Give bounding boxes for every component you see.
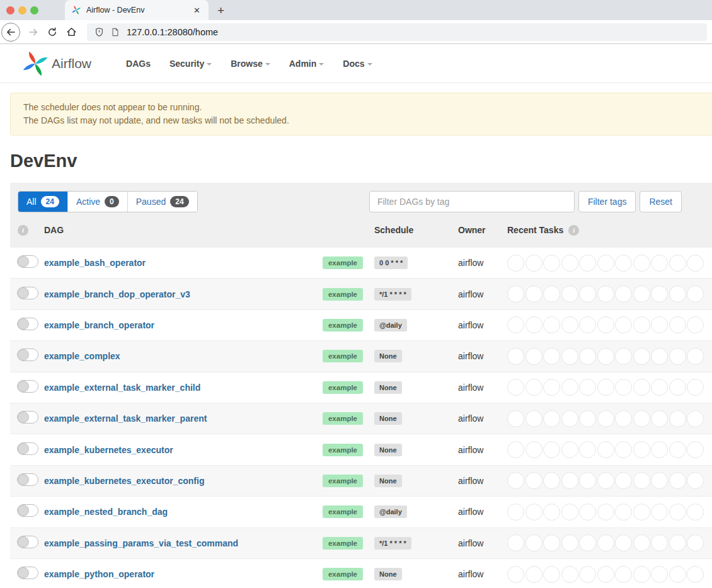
task-state-circle[interactable] — [651, 285, 668, 303]
task-state-circle[interactable] — [561, 316, 578, 333]
dag-pause-toggle[interactable] — [17, 318, 38, 330]
dag-pause-toggle[interactable] — [17, 287, 38, 299]
task-state-circle[interactable] — [579, 534, 596, 551]
task-state-circle[interactable] — [525, 504, 543, 521]
dag-link[interactable]: example_external_task_marker_child — [44, 383, 200, 393]
task-state-circle[interactable] — [633, 285, 650, 303]
task-state-circle[interactable] — [561, 504, 578, 521]
task-state-circle[interactable] — [561, 441, 578, 458]
nav-item-docs[interactable]: Docs — [333, 59, 381, 69]
task-state-circle[interactable] — [687, 504, 704, 521]
close-window-button[interactable] — [6, 6, 14, 14]
task-state-circle[interactable] — [507, 348, 524, 365]
dag-pause-toggle[interactable] — [17, 442, 38, 455]
task-state-circle[interactable] — [687, 255, 704, 272]
filter-tab-all[interactable]: All 24 — [18, 192, 68, 212]
task-state-circle[interactable] — [543, 348, 560, 365]
task-state-circle[interactable] — [561, 566, 578, 583]
task-state-circle[interactable] — [507, 504, 524, 521]
task-state-circle[interactable] — [669, 255, 686, 272]
nav-item-admin[interactable]: Admin — [280, 59, 334, 69]
task-state-circle[interactable] — [597, 285, 614, 303]
task-state-circle[interactable] — [579, 285, 596, 303]
task-state-circle[interactable] — [579, 410, 596, 427]
task-state-circle[interactable] — [669, 285, 686, 303]
task-state-circle[interactable] — [597, 441, 614, 458]
home-button[interactable] — [62, 23, 81, 42]
dag-link[interactable]: example_branch_operator — [44, 320, 154, 330]
dag-tag-badge[interactable]: example — [323, 319, 363, 331]
dag-link[interactable]: example_complex — [44, 351, 120, 361]
task-state-circle[interactable] — [615, 316, 632, 333]
task-state-circle[interactable] — [597, 255, 614, 272]
task-state-circle[interactable] — [633, 441, 650, 458]
task-state-circle[interactable] — [561, 472, 578, 489]
task-state-circle[interactable] — [507, 410, 524, 427]
dag-tag-badge[interactable]: example — [323, 475, 363, 487]
dag-pause-toggle[interactable] — [17, 504, 38, 517]
nav-item-security[interactable]: Security — [160, 59, 221, 69]
task-state-circle[interactable] — [525, 379, 543, 396]
task-state-circle[interactable] — [615, 255, 632, 272]
task-state-circle[interactable] — [525, 534, 543, 551]
task-state-circle[interactable] — [543, 379, 560, 396]
task-state-circle[interactable] — [651, 379, 668, 396]
task-state-circle[interactable] — [669, 441, 686, 458]
task-state-circle[interactable] — [543, 534, 560, 551]
task-state-circle[interactable] — [597, 534, 614, 551]
task-state-circle[interactable] — [507, 472, 524, 489]
task-state-circle[interactable] — [669, 472, 686, 489]
task-state-circle[interactable] — [525, 348, 543, 365]
task-state-circle[interactable] — [687, 441, 704, 458]
task-state-circle[interactable] — [597, 504, 614, 521]
dag-tag-badge[interactable]: example — [323, 257, 363, 269]
dag-pause-toggle[interactable] — [17, 536, 38, 548]
task-state-circle[interactable] — [633, 348, 650, 365]
task-state-circle[interactable] — [651, 410, 668, 427]
task-state-circle[interactable] — [561, 410, 578, 427]
task-state-circle[interactable] — [633, 410, 650, 427]
dag-tag-badge[interactable]: example — [323, 568, 363, 580]
task-state-circle[interactable] — [615, 285, 632, 303]
task-state-circle[interactable] — [615, 566, 632, 583]
task-state-circle[interactable] — [633, 566, 650, 583]
task-state-circle[interactable] — [507, 285, 524, 303]
task-state-circle[interactable] — [651, 566, 668, 583]
task-state-circle[interactable] — [579, 504, 596, 521]
reset-button[interactable]: Reset — [640, 191, 682, 212]
task-state-circle[interactable] — [633, 379, 650, 396]
task-state-circle[interactable] — [525, 472, 543, 489]
dag-link[interactable]: example_python_operator — [44, 569, 154, 579]
filter-tab-active[interactable]: Active 0 — [68, 192, 128, 212]
nav-item-dags[interactable]: DAGs — [117, 59, 160, 69]
url-bar[interactable]: 127.0.0.1:28080/home — [87, 23, 707, 41]
task-state-circle[interactable] — [507, 255, 524, 272]
task-state-circle[interactable] — [525, 410, 543, 427]
airflow-brand[interactable]: Airflow — [21, 50, 91, 78]
dag-link[interactable]: example_kubernetes_executor_config — [44, 476, 204, 486]
task-state-circle[interactable] — [669, 410, 686, 427]
task-state-circle[interactable] — [525, 316, 543, 333]
dag-tag-badge[interactable]: example — [323, 537, 363, 550]
dag-tag-search-input[interactable] — [369, 191, 575, 212]
task-state-circle[interactable] — [687, 379, 704, 396]
task-state-circle[interactable] — [687, 410, 704, 427]
zoom-window-button[interactable] — [30, 6, 38, 14]
task-state-circle[interactable] — [543, 441, 560, 458]
task-state-circle[interactable] — [543, 410, 560, 427]
minimize-window-button[interactable] — [18, 6, 26, 14]
tab-close-icon[interactable]: ✕ — [192, 6, 202, 15]
filter-tags-button[interactable]: Filter tags — [578, 191, 636, 212]
task-state-circle[interactable] — [525, 285, 543, 303]
forward-button[interactable] — [24, 23, 43, 42]
task-state-circle[interactable] — [597, 566, 614, 583]
task-state-circle[interactable] — [525, 441, 543, 458]
task-state-circle[interactable] — [669, 534, 686, 551]
task-state-circle[interactable] — [525, 566, 543, 583]
dag-pause-toggle[interactable] — [17, 411, 38, 424]
shield-icon[interactable] — [95, 27, 104, 37]
dag-tag-badge[interactable]: example — [323, 505, 363, 518]
dag-link[interactable]: example_external_task_marker_parent — [44, 413, 207, 424]
task-state-circle[interactable] — [651, 504, 668, 521]
task-state-circle[interactable] — [561, 534, 578, 551]
